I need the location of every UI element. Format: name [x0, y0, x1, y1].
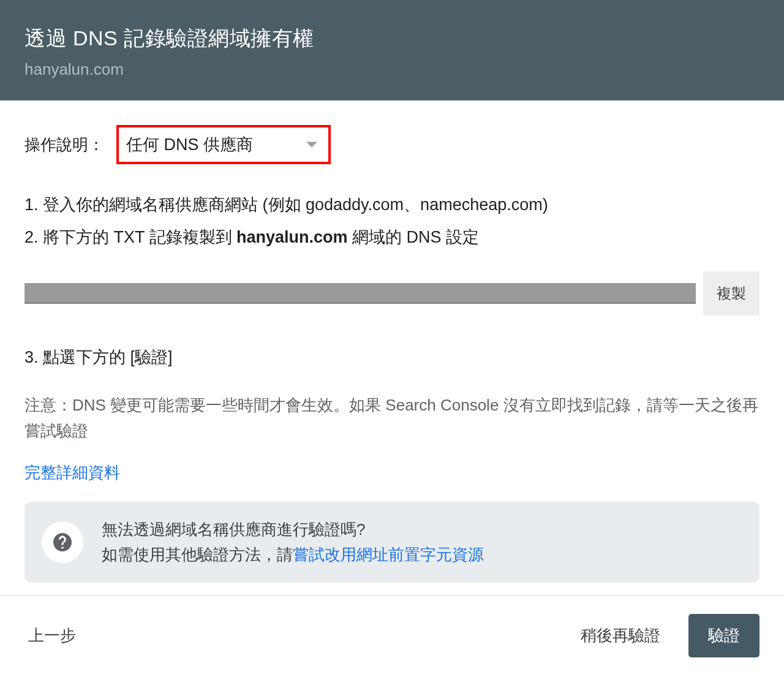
- txt-record-row: 複製: [24, 271, 760, 316]
- txt-record-input[interactable]: [24, 283, 696, 304]
- question-icon: [42, 521, 83, 563]
- step-1: 1. 登入你的網域名稱供應商網站 (例如 godaddy.com、nameche…: [24, 189, 760, 221]
- step-2: 2. 將下方的 TXT 記錄複製到 hanyalun.com 網域的 DNS 設…: [24, 221, 760, 254]
- note-text: 注意：DNS 變更可能需要一些時間才會生效。如果 Search Console …: [24, 393, 760, 444]
- step-3: 3. 點選下方的 [驗證]: [24, 346, 760, 368]
- full-details-link[interactable]: 完整詳細資料: [24, 462, 120, 483]
- provider-row: 操作說明： 任何 DNS 供應商: [24, 125, 760, 164]
- provider-label: 操作說明：: [24, 134, 104, 156]
- verify-button[interactable]: 驗證: [688, 614, 760, 657]
- dialog-footer: 上一步 稍後再驗證 驗證: [0, 595, 784, 685]
- dns-provider-value: 任何 DNS 供應商: [126, 135, 253, 154]
- back-button[interactable]: 上一步: [24, 619, 80, 653]
- help-box: 無法透過網域名稱供應商進行驗證嗎? 如需使用其他驗證方法，請嘗試改用網址前置字元…: [24, 502, 760, 583]
- dialog-content: 操作說明： 任何 DNS 供應商 1. 登入你的網域名稱供應商網站 (例如 go…: [0, 100, 784, 583]
- help-body: 如需使用其他驗證方法，請嘗試改用網址前置字元資源: [102, 544, 742, 566]
- instructions: 1. 登入你的網域名稱供應商網站 (例如 godaddy.com、nameche…: [24, 189, 760, 253]
- help-text: 無法透過網域名稱供應商進行驗證嗎? 如需使用其他驗證方法，請嘗試改用網址前置字元…: [102, 519, 742, 566]
- dns-provider-select[interactable]: 任何 DNS 供應商: [116, 125, 331, 164]
- caret-down-icon: [306, 142, 317, 148]
- url-prefix-link[interactable]: 嘗試改用網址前置字元資源: [293, 545, 484, 564]
- header-title: 透過 DNS 記錄驗證網域擁有權: [24, 25, 760, 53]
- verify-later-button[interactable]: 稍後再驗證: [577, 619, 664, 653]
- dialog-header: 透過 DNS 記錄驗證網域擁有權 hanyalun.com: [0, 0, 784, 100]
- help-title: 無法透過網域名稱供應商進行驗證嗎?: [102, 519, 742, 540]
- copy-button[interactable]: 複製: [703, 271, 760, 316]
- header-domain: hanyalun.com: [24, 60, 760, 79]
